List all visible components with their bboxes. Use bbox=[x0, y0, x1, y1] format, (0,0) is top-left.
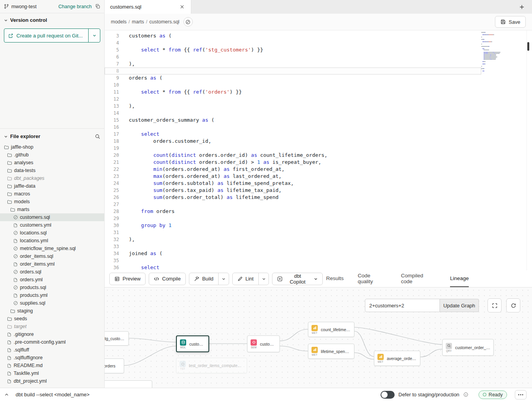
file-tree-item-dbt_project.yml[interactable]: dbt_project.yml bbox=[0, 377, 104, 385]
file-tree-item-locations.yml[interactable]: locations.yml bbox=[0, 237, 104, 245]
tab-compiled-code[interactable]: Compiled code bbox=[401, 270, 436, 287]
file-tree-item-target[interactable]: target bbox=[0, 323, 104, 330]
breadcrumb-part[interactable]: models bbox=[111, 19, 126, 25]
lineage-node-average_order_value[interactable]: METaverage_order_value bbox=[374, 351, 420, 366]
file-tree-item-customers.yml[interactable]: customers.yml bbox=[0, 221, 104, 229]
code-line-17[interactable]: 17 select bbox=[105, 131, 532, 138]
code-line-26[interactable]: 26 sum(orders.order_total) as lifetime_s… bbox=[105, 194, 532, 201]
code-line-7[interactable]: 7), bbox=[105, 60, 532, 67]
file-tree-item-.sqlfluffignore[interactable]: .sqlfluffignore bbox=[0, 354, 104, 362]
file-tree-item-staging[interactable]: staging bbox=[0, 307, 104, 315]
create-pull-request-caret[interactable] bbox=[89, 29, 100, 42]
code-editor[interactable]: 3customers as (45 select * from {{ ref('… bbox=[105, 30, 532, 270]
lineage-node-orders[interactable]: MDLorders bbox=[105, 358, 124, 373]
code-line-18[interactable]: 18 orders.customer_id, bbox=[105, 138, 532, 145]
update-graph-button[interactable]: Update Graph bbox=[440, 299, 479, 312]
code-line-12[interactable]: 12 bbox=[105, 96, 532, 103]
breadcrumb-part[interactable]: marts bbox=[132, 19, 144, 25]
preview-button[interactable]: Preview bbox=[109, 273, 146, 285]
code-line-35[interactable]: 35 bbox=[105, 257, 532, 264]
file-tree-item-jaffle-data[interactable]: jaffle-data bbox=[0, 182, 104, 190]
build-dropdown-caret[interactable] bbox=[219, 273, 229, 285]
lineage-node-stg_customers[interactable]: MDLstg_customers bbox=[105, 331, 129, 346]
lineage-node-customers_semantic[interactable]: SEMcustomers bbox=[247, 335, 280, 352]
tab-customers-sql[interactable]: customers.sql bbox=[105, 0, 191, 14]
compile-button[interactable]: Compile bbox=[149, 273, 186, 285]
code-line-6[interactable]: 6 bbox=[105, 53, 532, 60]
code-line-16[interactable]: 16 bbox=[105, 124, 532, 131]
code-line-24[interactable]: 24 sum(orders.subtotal) as lifetime_spen… bbox=[105, 180, 532, 187]
file-tree-item-data-tests[interactable]: data-tests bbox=[0, 167, 104, 174]
close-icon[interactable] bbox=[179, 4, 185, 10]
file-tree-item-Taskfile.yml[interactable]: Taskfile.yml bbox=[0, 369, 104, 377]
chevron-up-icon[interactable] bbox=[3, 391, 10, 398]
file-tree-item-.github[interactable]: .github bbox=[0, 151, 104, 159]
minimap[interactable] bbox=[481, 32, 512, 72]
code-line-25[interactable]: 25 sum(orders.tax_paid) as lifetime_tax_… bbox=[105, 187, 532, 194]
code-line-28[interactable]: 28 from orders bbox=[105, 208, 532, 215]
code-line-19[interactable]: 19 bbox=[105, 145, 532, 152]
new-tab-button[interactable] bbox=[518, 3, 526, 11]
code-line-14[interactable]: 14 bbox=[105, 110, 532, 117]
code-line-30[interactable]: 30 group by 1 bbox=[105, 222, 532, 229]
code-line-13[interactable]: 13), bbox=[105, 103, 532, 110]
copy-icon[interactable] bbox=[95, 4, 100, 9]
cli-command[interactable]: dbt build --select <model_name> bbox=[16, 392, 89, 397]
file-tree-item-models[interactable]: models bbox=[0, 198, 104, 206]
file-tree-item-analyses[interactable]: analyses bbox=[0, 159, 104, 167]
version-control-header[interactable]: Version control bbox=[0, 13, 104, 25]
lineage-search-input[interactable] bbox=[365, 299, 440, 312]
code-line-31[interactable]: 31 bbox=[105, 229, 532, 236]
info-icon[interactable] bbox=[463, 392, 468, 397]
code-line-10[interactable]: 10 bbox=[105, 82, 532, 89]
file-tree-item-orders.yml[interactable]: orders.yml bbox=[0, 276, 104, 284]
file-tree-item-jaffle-shop[interactable]: jaffle-shop bbox=[0, 143, 104, 151]
code-line-33[interactable]: 33 bbox=[105, 243, 532, 250]
file-tree-item-metricflow_time_spine.sql[interactable]: metricflow_time_spine.sql bbox=[0, 245, 104, 252]
file-explorer-header[interactable]: File explorer bbox=[0, 129, 104, 142]
file-tree-item-.pre-commit-config.yaml[interactable]: .pre-commit-config.yaml bbox=[0, 338, 104, 346]
search-icon[interactable] bbox=[95, 134, 100, 139]
file-tree-item-marts[interactable]: marts bbox=[0, 206, 104, 213]
file-tree-item-seeds[interactable]: seeds bbox=[0, 315, 104, 323]
save-button[interactable]: Save bbox=[495, 16, 526, 28]
file-tree-item-order_items.yml[interactable]: order_items.yml bbox=[0, 260, 104, 268]
breadcrumb-part[interactable]: customers.sql bbox=[149, 19, 180, 25]
code-line-4[interactable]: 4 bbox=[105, 39, 532, 46]
file-tree-item-.sqlfluff[interactable]: .sqlfluff bbox=[0, 346, 104, 354]
file-tree-item-orders.sql[interactable]: orders.sql bbox=[0, 268, 104, 276]
code-line-32[interactable]: 32), bbox=[105, 236, 532, 243]
file-tree-item-order_items.sql[interactable]: order_items.sql bbox=[0, 252, 104, 260]
code-line-34[interactable]: 34joined as ( bbox=[105, 250, 532, 257]
code-line-3[interactable]: 3customers as ( bbox=[105, 32, 532, 39]
status-badge[interactable]: Ready bbox=[479, 390, 507, 399]
lineage-node-lifetime_spend_pretax[interactable]: METlifetime_spend_pretax bbox=[308, 344, 354, 359]
lineage-node-customers_model[interactable]: MDLcustomers bbox=[176, 335, 209, 352]
file-tree-item-dbt_packages[interactable]: dbt_packages bbox=[0, 174, 104, 182]
file-tree-item-products.sql[interactable]: products.sql bbox=[0, 284, 104, 291]
lineage-node-customer_order_metrics[interactable]: QRYcustomer_order_metrics bbox=[442, 339, 494, 356]
lineage-node-count_lifetime_orders[interactable]: METcount_lifetime_orders bbox=[308, 322, 354, 337]
fullscreen-button[interactable] bbox=[488, 298, 502, 312]
code-line-20[interactable]: 20 count(distinct orders.order_id) as co… bbox=[105, 152, 532, 159]
code-line-36[interactable]: 36 select bbox=[105, 264, 532, 270]
code-line-5[interactable]: 5 select * from {{ ref('stg_customers') … bbox=[105, 46, 532, 53]
refresh-button[interactable] bbox=[506, 298, 520, 312]
defer-toggle[interactable] bbox=[381, 391, 395, 399]
create-pull-request-main[interactable]: Create a pull request on Git... bbox=[4, 29, 88, 42]
lineage-node-partial_node[interactable] bbox=[105, 380, 152, 388]
code-line-23[interactable]: 23 max(orders.ordered_at) as last_ordere… bbox=[105, 173, 532, 180]
model-badge-button[interactable] bbox=[183, 17, 193, 27]
file-tree-item-README.md[interactable]: README.md bbox=[0, 362, 104, 369]
code-line-21[interactable]: 21 count(distinct orders.order_id) > 1 a… bbox=[105, 159, 532, 166]
code-line-8[interactable]: 8 bbox=[105, 67, 532, 75]
code-line-22[interactable]: 22 min(orders.ordered_at) as first_order… bbox=[105, 166, 532, 173]
file-tree-item-macros[interactable]: macros bbox=[0, 190, 104, 198]
code-line-27[interactable]: 27 bbox=[105, 201, 532, 208]
code-line-15[interactable]: 15customer_orders_summary as ( bbox=[105, 117, 532, 124]
tab-lineage[interactable]: Lineage bbox=[450, 270, 469, 287]
build-button[interactable]: Build bbox=[189, 273, 218, 285]
scrollbar-thumb[interactable] bbox=[527, 42, 529, 51]
lint-dropdown-caret[interactable] bbox=[259, 273, 269, 285]
lineage-node-test_order_items[interactable]: TSTtest_order_items_compute_to_bools... bbox=[176, 358, 247, 373]
